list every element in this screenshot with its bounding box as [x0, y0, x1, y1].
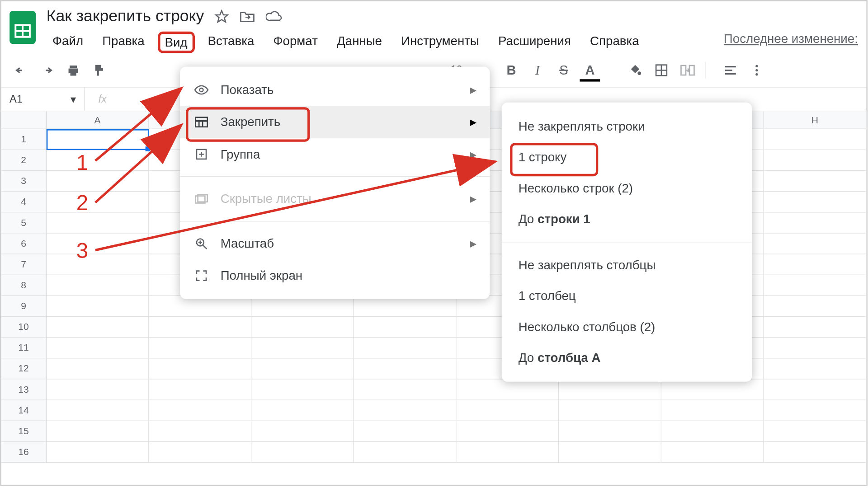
menu-extensions[interactable]: Расширения	[492, 32, 577, 53]
cell[interactable]	[251, 380, 354, 400]
cell[interactable]	[764, 380, 867, 400]
italic-button[interactable]: I	[528, 61, 547, 79]
cell[interactable]	[764, 275, 867, 296]
view-fullscreen-item[interactable]: Полный экран	[180, 260, 490, 292]
cell[interactable]	[764, 400, 867, 421]
select-all-corner[interactable]	[1, 111, 47, 129]
cell[interactable]	[149, 296, 252, 317]
row-header[interactable]: 4	[1, 192, 47, 212]
cell[interactable]	[559, 442, 661, 463]
cell[interactable]	[251, 317, 354, 338]
active-cell-A1[interactable]	[47, 129, 149, 150]
cell[interactable]	[47, 317, 149, 338]
cell[interactable]	[251, 421, 354, 442]
cell[interactable]	[149, 358, 252, 379]
document-title[interactable]: Как закрепить строку	[47, 7, 204, 26]
row-header[interactable]: 3	[1, 171, 47, 192]
cell[interactable]	[764, 442, 867, 463]
cell[interactable]	[149, 421, 252, 442]
menu-tools[interactable]: Инструменты	[395, 32, 485, 53]
cell[interactable]	[149, 442, 252, 463]
cell[interactable]	[457, 380, 559, 400]
cell[interactable]	[354, 380, 457, 400]
move-to-folder-icon[interactable]	[240, 10, 255, 23]
cell[interactable]	[764, 317, 867, 338]
cell[interactable]	[47, 150, 149, 171]
cell[interactable]	[559, 380, 661, 400]
row-header[interactable]: 2	[1, 150, 47, 171]
borders-button[interactable]	[652, 61, 670, 79]
row-header[interactable]: 14	[1, 400, 47, 421]
fill-color-button[interactable]	[626, 61, 644, 79]
cell[interactable]	[764, 192, 867, 212]
freeze-one-col-item[interactable]: 1 столбец	[502, 281, 752, 312]
view-show-item[interactable]: Показать▸	[180, 74, 490, 106]
row-header[interactable]: 9	[1, 296, 47, 317]
row-header[interactable]: 5	[1, 213, 47, 234]
cell[interactable]	[47, 380, 149, 400]
cell[interactable]	[559, 421, 661, 442]
cell[interactable]	[149, 400, 252, 421]
menu-view[interactable]: Вид	[158, 32, 195, 53]
cell[interactable]	[457, 442, 559, 463]
cell[interactable]	[764, 421, 867, 442]
row-header[interactable]: 13	[1, 380, 47, 400]
cell[interactable]	[251, 400, 354, 421]
row-header[interactable]: 16	[1, 442, 47, 463]
row-header[interactable]: 10	[1, 317, 47, 338]
cell[interactable]	[764, 129, 867, 150]
print-icon[interactable]	[64, 61, 82, 79]
cell[interactable]	[764, 296, 867, 317]
cell[interactable]	[354, 338, 457, 358]
cell[interactable]	[354, 400, 457, 421]
cell[interactable]	[47, 234, 149, 254]
menu-edit[interactable]: Правка	[96, 32, 151, 53]
cell[interactable]	[47, 254, 149, 275]
freeze-no-cols-item[interactable]: Не закреплять столбцы	[502, 249, 752, 281]
row-header[interactable]: 8	[1, 275, 47, 296]
cell[interactable]	[559, 400, 661, 421]
paint-format-icon[interactable]	[90, 61, 108, 79]
cell[interactable]	[47, 275, 149, 296]
cell[interactable]	[764, 254, 867, 275]
merge-cells-button[interactable]	[679, 61, 697, 79]
cell[interactable]	[354, 317, 457, 338]
view-zoom-item[interactable]: Масштаб▸	[180, 227, 490, 259]
bold-button[interactable]: B	[502, 61, 520, 79]
name-box[interactable]: A1 ▾	[1, 88, 85, 111]
text-color-button[interactable]: A	[581, 61, 599, 79]
cell[interactable]	[149, 380, 252, 400]
column-header[interactable]: H	[764, 111, 867, 129]
view-freeze-item[interactable]: Закрепить▸	[180, 106, 490, 138]
menu-insert[interactable]: Вставка	[202, 32, 260, 53]
cell[interactable]	[149, 317, 252, 338]
star-icon[interactable]	[215, 9, 229, 23]
redo-icon[interactable]	[38, 61, 56, 79]
cell[interactable]	[47, 213, 149, 234]
freeze-upto-col-item[interactable]: Достолбца A	[502, 343, 752, 374]
cell[interactable]	[764, 338, 867, 358]
cell[interactable]	[47, 358, 149, 379]
row-header[interactable]: 11	[1, 338, 47, 358]
row-header[interactable]: 1	[1, 129, 47, 150]
cell[interactable]	[354, 421, 457, 442]
cell[interactable]	[47, 296, 149, 317]
cell[interactable]	[764, 213, 867, 234]
cell[interactable]	[47, 442, 149, 463]
cell[interactable]	[764, 171, 867, 192]
cell[interactable]	[764, 150, 867, 171]
cloud-status-icon[interactable]	[266, 10, 283, 22]
cell[interactable]	[354, 442, 457, 463]
cell[interactable]	[764, 234, 867, 254]
cell[interactable]	[764, 358, 867, 379]
row-header[interactable]: 6	[1, 234, 47, 254]
freeze-no-rows-item[interactable]: Не закреплять строки	[502, 111, 752, 142]
cell[interactable]	[47, 171, 149, 192]
freeze-many-rows-item[interactable]: Несколько строк (2)	[502, 173, 752, 204]
cell[interactable]	[47, 338, 149, 358]
cell[interactable]	[47, 192, 149, 212]
menu-data[interactable]: Данные	[331, 32, 388, 53]
row-header[interactable]: 12	[1, 358, 47, 379]
undo-icon[interactable]	[12, 61, 30, 79]
horizontal-align-button[interactable]	[722, 61, 740, 79]
